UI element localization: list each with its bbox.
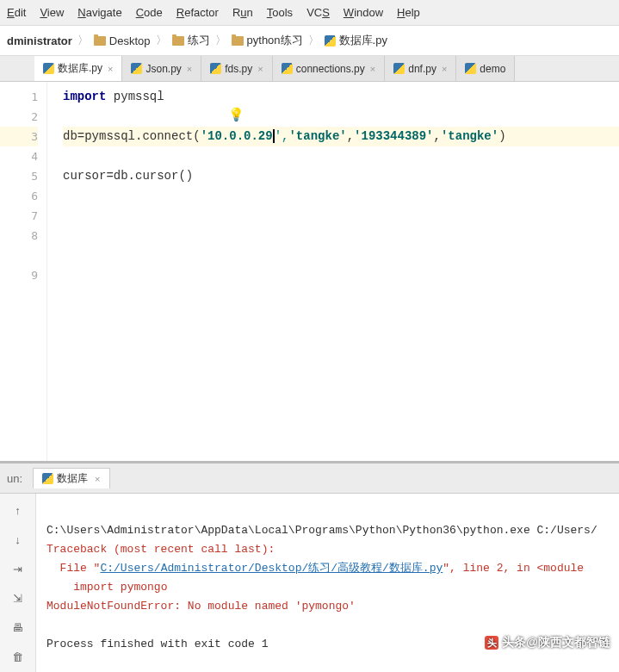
python-file-icon	[325, 35, 336, 47]
python-file-icon	[465, 63, 476, 74]
folder-icon	[232, 36, 244, 46]
breadcrumb-item[interactable]: 练习	[169, 31, 214, 50]
breadcrumb: dministrator 〉 Desktop 〉 练习 〉 python练习 〉…	[0, 26, 619, 56]
menu-refactor[interactable]: Refactor	[170, 3, 226, 22]
python-file-icon	[282, 63, 293, 74]
error-file-link[interactable]: C:/Users/Administrator/Desktop/练习/高级教程/数…	[100, 562, 443, 575]
close-icon[interactable]: ×	[108, 64, 113, 74]
print-icon[interactable]: 🖶	[9, 618, 28, 637]
trash-icon[interactable]: 🗑	[9, 647, 28, 666]
close-icon[interactable]: ×	[95, 474, 100, 484]
menu-tools[interactable]: Tools	[260, 3, 300, 22]
soft-wrap-icon[interactable]: ⇥	[9, 559, 28, 578]
close-icon[interactable]: ×	[187, 64, 192, 74]
tab-json[interactable]: Json.py×	[122, 56, 201, 81]
tab-database[interactable]: 数据库.py×	[34, 56, 122, 81]
python-file-icon	[42, 473, 53, 484]
run-tab[interactable]: 数据库×	[33, 468, 109, 488]
python-file-icon	[43, 63, 54, 74]
scroll-to-end-icon[interactable]: ⇲	[9, 588, 28, 607]
python-file-icon	[393, 63, 405, 74]
chevron-right-icon: 〉	[154, 33, 169, 48]
chevron-right-icon: 〉	[214, 33, 228, 48]
folder-icon	[172, 36, 184, 46]
menu-code[interactable]: Code	[129, 3, 170, 22]
arrow-up-icon[interactable]: ↑	[9, 501, 28, 520]
chevron-right-icon: 〉	[76, 33, 90, 48]
menu-navigate[interactable]: Navigate	[71, 3, 128, 22]
menu-window[interactable]: Window	[337, 3, 390, 22]
console-line: C:\Users\Administrator\AppData\Local\Pro…	[46, 524, 597, 537]
folder-icon	[94, 36, 106, 46]
breadcrumb-item[interactable]: dministrator	[3, 33, 76, 49]
editor-tabs: 数据库.py× Json.py× fds.py× connections.py×…	[0, 56, 619, 82]
console-error-line: Traceback (most recent call last):	[46, 543, 275, 556]
tab-fds[interactable]: fds.py×	[201, 56, 272, 81]
tab-demo[interactable]: demo	[456, 56, 515, 81]
menu-bar: Edit View Navigate Code Refactor Run Too…	[0, 0, 619, 26]
console-error-line: import pymongo	[46, 581, 167, 594]
code-content[interactable]: 💡 import pymssql db=pymssql.connect('10.…	[47, 82, 619, 461]
tab-dnf[interactable]: dnf.py×	[385, 56, 456, 81]
watermark: 头头条@陕西文都智链	[485, 635, 610, 650]
close-icon[interactable]: ×	[442, 64, 447, 74]
run-toolbar: ↑ ↓ ⇥ ⇲ 🖶 🗑	[0, 494, 36, 672]
run-label: un:	[7, 472, 22, 485]
breadcrumb-item[interactable]: 数据库.py	[321, 31, 391, 50]
close-icon[interactable]: ×	[257, 64, 263, 74]
python-file-icon	[131, 63, 142, 74]
arrow-down-icon[interactable]: ↓	[9, 530, 28, 549]
python-file-icon	[210, 63, 221, 74]
menu-view[interactable]: View	[33, 3, 71, 22]
console-line: Process finished with exit code 1	[46, 638, 268, 650]
code-editor[interactable]: 1 2 3 4 5 6 7 8 9 💡 import pymssql db=py…	[0, 82, 619, 461]
lightbulb-icon[interactable]: 💡	[228, 106, 245, 126]
menu-vcs[interactable]: VCS	[300, 3, 337, 22]
tab-connections[interactable]: connections.py×	[273, 56, 386, 81]
menu-run[interactable]: Run	[226, 3, 260, 22]
line-gutter: 1 2 3 4 5 6 7 8 9	[0, 82, 47, 461]
run-panel-header: un: 数据库×	[0, 464, 619, 494]
menu-edit[interactable]: Edit	[0, 3, 33, 22]
menu-help[interactable]: Help	[390, 3, 427, 22]
breadcrumb-item[interactable]: python练习	[228, 31, 306, 50]
console-error-line: ModuleNotFoundError: No module named 'py…	[46, 600, 356, 613]
breadcrumb-item[interactable]: Desktop	[90, 33, 154, 49]
chevron-right-icon: 〉	[306, 33, 321, 48]
close-icon[interactable]: ×	[370, 64, 375, 74]
toutiao-logo-icon: 头	[485, 636, 498, 650]
